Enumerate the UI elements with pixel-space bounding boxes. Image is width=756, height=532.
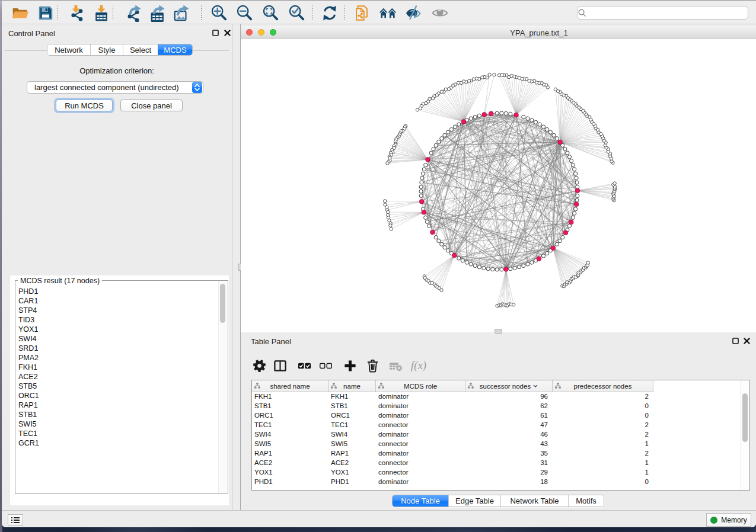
tab-select[interactable]: Select [123,44,158,55]
first-neighbors-button[interactable] [377,2,398,24]
table-row[interactable]: FKH1FKH1dominator962 [252,392,741,401]
mcds-result-item[interactable]: STB5 [16,382,218,391]
refresh-icon [321,4,339,22]
add-column-button[interactable] [340,355,360,376]
network-window-titlebar[interactable]: YPA_prune.txt_1 [241,26,756,39]
mcds-scrollbar-thumb[interactable] [220,284,225,323]
table-row[interactable]: RAP1RAP1dominator352 [252,448,741,458]
table-row[interactable]: ACE2ACE2connector311 [252,458,741,467]
table-settings-icon [253,359,266,373]
tab-node-table[interactable]: Node Table [393,495,448,507]
table-scrollbar[interactable] [741,380,749,490]
column-header-name[interactable]: name [328,380,376,392]
import-table-button[interactable] [91,2,112,24]
zoom-selected-button[interactable] [286,2,307,24]
function-builder-button[interactable]: f(x) [409,355,429,376]
show-all-icon [431,4,449,22]
column-header-successor-nodes[interactable]: successor nodes [465,380,553,392]
table-row[interactable]: ORC1ORC1dominator610 [252,411,741,420]
mcds-result-item[interactable]: RAP1 [16,400,218,410]
mcds-result-item[interactable]: SWI4 [16,334,218,344]
table-row[interactable]: STB1STB1dominator620 [252,401,741,411]
network-window-title: YPA_prune.txt_1 [510,28,567,37]
close-panel-icon[interactable] [742,336,751,345]
cell-shared-name: SWI4 [252,430,328,439]
open-file-button[interactable] [9,2,31,24]
mcds-result-item[interactable]: CAR1 [16,296,218,306]
window-zoom-icon[interactable] [270,29,276,36]
mcds-list-scrollbar[interactable] [218,281,227,493]
mcds-result-item[interactable]: ORC1 [16,391,218,400]
chevron-down-icon [194,88,200,91]
save-session-button[interactable] [35,2,56,24]
tab-mcds[interactable]: MCDS [158,44,192,55]
column-header-MCDS-role[interactable]: MCDS role [376,380,465,392]
import-network-button[interactable] [65,2,87,24]
window-close-icon[interactable] [246,29,253,36]
table-row[interactable]: PHD1PHD1dominator180 [252,477,741,486]
mcds-result-item[interactable]: YOX1 [16,325,218,334]
zoom-fit-button[interactable] [260,2,281,24]
column-header-label: MCDS role [404,383,437,390]
criterion-dropdown[interactable]: largest connected component (undirected) [27,81,203,94]
cell-successor-nodes: 18 [465,477,553,486]
export-table-button[interactable] [146,2,168,24]
cell-name: ORC1 [328,411,376,420]
optimization-criterion-label: Optimization criterion: [2,66,232,75]
tab-motifs[interactable]: Motifs [568,495,604,507]
cell-MCDS-role: dominator [376,430,465,439]
mcds-result-item[interactable]: TID3 [16,315,218,325]
table-row[interactable]: SWI4SWI4dominator462 [252,430,741,439]
select-all-rows-button[interactable] [294,355,314,376]
network-graph[interactable] [241,39,756,332]
export-network-button[interactable] [123,2,144,24]
table-row[interactable]: TEC1TEC1connector472 [252,420,741,430]
table-header-row: shared namenameMCDS rolesuccessor nodesp… [252,380,653,392]
mcds-result-item[interactable]: FKH1 [16,363,218,372]
refresh-button[interactable] [319,2,340,24]
memory-button[interactable]: Memory [706,513,751,527]
delete-table-button[interactable] [385,355,406,376]
horizontal-splitter-grip[interactable] [495,329,502,334]
mcds-result-item[interactable]: SRD1 [16,344,218,353]
tab-edge-table[interactable]: Edge Table [448,495,500,507]
mcds-result-item[interactable]: PHD1 [16,287,218,296]
table-row[interactable]: SWI5SWI5connector431 [252,439,741,448]
show-all-button[interactable] [429,2,451,24]
tab-network-table[interactable]: Network Table [500,495,568,507]
cell-MCDS-role: connector [376,458,465,467]
mcds-result-item[interactable]: STP4 [16,306,218,315]
float-panel-icon[interactable] [211,28,219,37]
mcds-result-item[interactable]: SWI5 [16,419,218,429]
mcds-result-item[interactable]: PMA2 [16,353,218,363]
close-panel-button[interactable]: Close panel [120,100,183,111]
tab-style[interactable]: Style [90,44,123,55]
mcds-result-item[interactable]: STB1 [16,410,218,419]
zoom-in-button[interactable] [208,2,229,24]
deselect-all-rows-button[interactable] [315,355,336,376]
table-settings-button[interactable] [249,355,269,376]
table-row[interactable]: YOX1YOX1connector291 [252,467,741,477]
window-minimize-icon[interactable] [258,29,264,36]
clone-network-button[interactable] [352,2,373,24]
close-panel-icon[interactable] [223,28,231,37]
run-mcds-button[interactable]: Run MCDS [56,100,113,111]
hide-selected-button[interactable] [403,2,424,24]
column-header-predecessor-nodes[interactable]: predecessor nodes [553,380,653,392]
mcds-result-item[interactable]: ACE2 [16,372,218,382]
cell-name: YOX1 [328,467,376,477]
export-image-button[interactable] [171,2,192,24]
mcds-result-item[interactable]: TEC1 [16,429,218,438]
search-input[interactable] [577,6,748,20]
task-history-button[interactable] [8,514,23,525]
float-panel-icon[interactable] [731,336,739,345]
mcds-result-list[interactable]: PHD1CAR1STP4TID3YOX1SWI4SRD1PMA2FKH1ACE2… [16,287,218,493]
delete-column-button[interactable] [362,355,382,376]
zoom-out-button[interactable] [234,2,255,24]
mcds-result-item[interactable]: GCR1 [16,438,218,448]
table-scrollbar-thumb[interactable] [742,393,748,442]
table-body: FKH1FKH1dominator962STB1STB1dominator620… [252,392,741,490]
tab-network[interactable]: Network [47,44,90,55]
split-panel-button[interactable] [270,355,290,376]
column-header-shared-name[interactable]: shared name [252,380,328,392]
